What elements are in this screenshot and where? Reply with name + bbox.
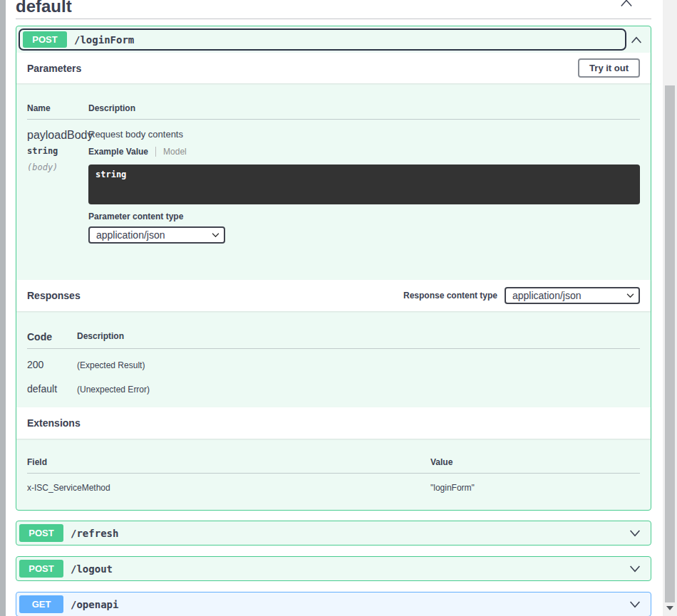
parameters-header: Parameters Try it out xyxy=(16,53,651,83)
parameter-content-type-label: Parameter content type xyxy=(88,212,640,221)
response-code: 200 xyxy=(27,359,77,370)
scrollbar-down-arrow-icon[interactable] xyxy=(666,606,673,610)
try-it-out-button[interactable]: Try it out xyxy=(578,58,640,78)
vertical-scrollbar[interactable] xyxy=(663,0,677,616)
parameters-table: Name Description payloadBody string (bod… xyxy=(16,83,651,280)
chevron-down-icon[interactable] xyxy=(625,529,645,538)
responses-title: Responses xyxy=(27,290,81,301)
parameter-content-type-select[interactable]: application/json xyxy=(88,226,225,244)
parameters-table-head: Name Description xyxy=(27,83,640,120)
tag-section-default[interactable]: default xyxy=(16,0,651,19)
response-code: default xyxy=(27,383,77,395)
opblock-logout: POST /logout xyxy=(16,556,651,581)
opblock-refresh: POST /refresh xyxy=(16,521,651,545)
swagger-ui-page: default POST /loginForm Parameters Try i… xyxy=(0,0,677,616)
response-description: (Expected Result) xyxy=(77,360,145,370)
col-header-value: Value xyxy=(430,457,640,467)
method-badge-post: POST xyxy=(19,560,63,578)
parameter-name: payloadBody xyxy=(27,129,88,142)
tab-example-value[interactable]: Example Value xyxy=(88,147,148,157)
extensions-table-head: Field Value xyxy=(27,439,640,474)
col-header-description: Description xyxy=(77,331,640,343)
responses-table-head: Code Description xyxy=(27,311,640,349)
main-content: default POST /loginForm Parameters Try i… xyxy=(6,0,663,616)
extensions-table: Field Value x-ISC_ServiceMethod "loginFo… xyxy=(16,439,651,510)
operation-path: /openapi xyxy=(71,599,118,610)
left-gutter xyxy=(0,0,6,616)
parameter-location: (body) xyxy=(27,162,88,172)
parameter-row-payloadBody: payloadBody string (body) Request body c… xyxy=(27,120,640,244)
opblock-summary-button[interactable]: POST /loginForm xyxy=(19,28,626,51)
operation-path: /refresh xyxy=(71,528,118,539)
extensions-header: Extensions xyxy=(16,407,651,439)
method-badge-get: GET xyxy=(19,595,63,613)
operation-path: /loginForm xyxy=(74,34,134,46)
response-content-type-select[interactable]: application/json xyxy=(505,287,640,304)
chevron-up-icon[interactable] xyxy=(620,0,633,8)
method-badge-post: POST xyxy=(19,524,63,542)
operation-path: /logout xyxy=(71,563,113,575)
tab-model[interactable]: Model xyxy=(163,147,187,157)
col-header-name: Name xyxy=(27,103,88,113)
scrollbar-thumb[interactable] xyxy=(665,85,675,602)
chevron-up-icon[interactable] xyxy=(626,36,646,44)
extension-field: x-ISC_ServiceMethod xyxy=(27,483,430,493)
col-header-code: Code xyxy=(27,331,77,343)
opblock-summary-logout[interactable]: POST /logout xyxy=(16,557,651,580)
extension-value: "loginForm" xyxy=(430,483,640,493)
responses-header: Responses Response content type applicat… xyxy=(16,280,651,311)
responses-table: Code Description 200 (Expected Result) d… xyxy=(16,311,651,407)
response-row-200: 200 (Expected Result) xyxy=(27,349,640,370)
parameter-type: string xyxy=(27,146,88,156)
chevron-down-icon[interactable] xyxy=(625,600,645,609)
tag-title: default xyxy=(16,0,651,16)
parameter-description: Request body contents xyxy=(88,129,640,140)
response-content-type-label: Response content type xyxy=(403,291,497,301)
opblock-loginForm: POST /loginForm Parameters Try it out Na… xyxy=(16,26,651,511)
response-description: (Unexpected Error) xyxy=(77,385,150,395)
tab-separator xyxy=(155,147,156,157)
opblock-openapi: GET /openapi xyxy=(16,592,651,616)
method-badge-post: POST xyxy=(23,31,67,48)
parameters-title: Parameters xyxy=(27,63,81,74)
model-example-tabs: Example Value Model xyxy=(88,147,640,157)
col-header-field: Field xyxy=(27,457,430,467)
response-row-default: default (Unexpected Error) xyxy=(27,370,640,395)
opblock-summary-refresh[interactable]: POST /refresh xyxy=(16,521,651,545)
chevron-down-icon[interactable] xyxy=(625,565,645,573)
col-header-description: Description xyxy=(88,103,640,113)
opblock-summary-loginForm[interactable]: POST /loginForm xyxy=(16,26,651,53)
opblock-summary-openapi[interactable]: GET /openapi xyxy=(16,592,651,616)
example-value-code-block: string xyxy=(88,165,640,204)
extensions-title: Extensions xyxy=(27,417,81,429)
extension-row: x-ISC_ServiceMethod "loginForm" xyxy=(27,474,640,493)
